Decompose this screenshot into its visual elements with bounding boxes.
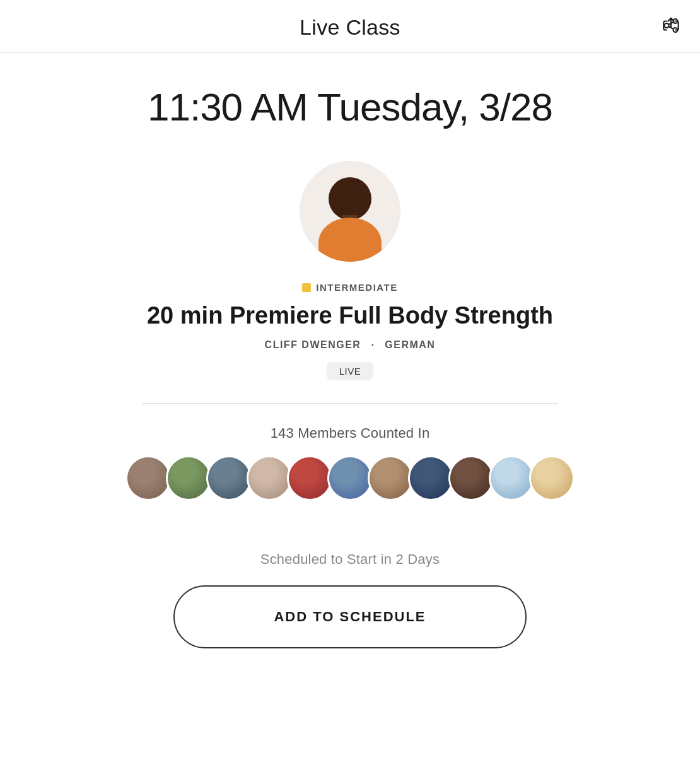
member-avatar xyxy=(489,455,534,501)
header: Live Class xyxy=(0,0,700,53)
class-datetime: 11:30 AM Tuesday, 3/28 xyxy=(148,85,552,129)
share-button[interactable] xyxy=(657,11,685,41)
member-avatar xyxy=(408,455,453,501)
class-title: 20 min Premiere Full Body Strength xyxy=(147,302,553,331)
page-title: Live Class xyxy=(300,15,400,40)
instructor-name: CLIFF DWENGER xyxy=(265,339,361,350)
member-avatar xyxy=(206,455,252,501)
add-to-schedule-button[interactable]: ADD TO SCHEDULE xyxy=(173,585,527,648)
member-avatar xyxy=(368,455,413,501)
member-avatar xyxy=(529,455,575,501)
separator: · xyxy=(371,339,375,350)
member-avatar xyxy=(448,455,494,501)
level-label: INTERMEDIATE xyxy=(316,282,397,293)
level-indicator xyxy=(302,283,311,292)
member-avatar xyxy=(287,455,332,501)
instructor-info: CLIFF DWENGER · GERMAN xyxy=(265,339,436,351)
main-content: 11:30 AM Tuesday, 3/28 INTERMEDIATE 20 m… xyxy=(0,53,700,674)
member-avatar xyxy=(247,455,292,501)
member-avatar xyxy=(125,455,171,501)
avatar-body xyxy=(318,218,382,262)
instructor-avatar xyxy=(300,161,400,262)
level-badge: INTERMEDIATE xyxy=(302,282,397,293)
avatar-head xyxy=(329,177,371,220)
member-avatars xyxy=(125,455,575,501)
class-language: GERMAN xyxy=(385,339,435,350)
scheduled-text: Scheduled to Start in 2 Days xyxy=(260,551,440,568)
member-avatar xyxy=(166,455,211,501)
member-avatar xyxy=(327,455,373,501)
section-divider xyxy=(142,403,558,404)
share-icon xyxy=(662,16,680,34)
live-badge: LIVE xyxy=(327,362,374,380)
members-count: 143 Members Counted In xyxy=(271,425,430,442)
